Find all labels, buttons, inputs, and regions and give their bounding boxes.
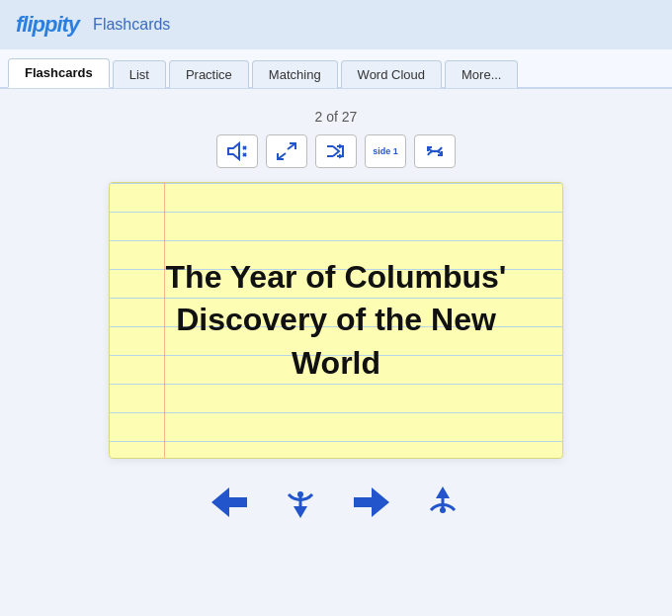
flip-icon [424, 141, 446, 161]
tab-word-cloud[interactable]: Word Cloud [341, 60, 442, 88]
back-arrow-icon [208, 484, 251, 521]
mute-icon [226, 141, 248, 161]
shuffle-button[interactable] [315, 134, 357, 168]
card-counter: 2 of 27 [315, 109, 358, 125]
toolbar: side 1 [216, 134, 456, 168]
flashcard-text: The Year of Columbus' Discovery of the N… [139, 256, 533, 385]
svg-marker-13 [372, 487, 389, 517]
main-content: 2 of 27 [0, 89, 672, 534]
side-indicator[interactable]: side 1 [365, 134, 406, 168]
svg-marker-11 [294, 506, 307, 518]
svg-marker-9 [211, 487, 229, 517]
tab-flashcards[interactable]: Flashcards [8, 58, 110, 88]
expand-button[interactable] [266, 134, 307, 168]
forward-arrow-icon [350, 484, 393, 521]
tab-list[interactable]: List [113, 60, 166, 88]
header: flippity Flashcards [0, 0, 672, 49]
flip-up-icon [421, 481, 464, 524]
svg-point-12 [297, 491, 303, 497]
back-button[interactable] [204, 481, 255, 524]
flip-up-button[interactable] [417, 481, 468, 524]
svg-rect-14 [354, 497, 374, 507]
expand-icon [276, 141, 297, 161]
svg-point-16 [440, 507, 446, 513]
tab-practice[interactable]: Practice [169, 60, 249, 88]
flip-down-button[interactable] [275, 481, 326, 524]
svg-marker-0 [228, 143, 239, 159]
logo-text: flippity [16, 12, 79, 37]
svg-rect-10 [227, 497, 247, 507]
nav-bar [204, 481, 468, 524]
forward-button[interactable] [346, 481, 397, 524]
tab-more[interactable]: More... [445, 60, 518, 88]
shuffle-icon [325, 141, 347, 161]
tab-bar: Flashcards List Practice Matching Word C… [0, 49, 672, 89]
flip-down-icon [279, 481, 322, 524]
flashcard[interactable]: The Year of Columbus' Discovery of the N… [109, 182, 563, 459]
tab-matching[interactable]: Matching [252, 60, 338, 88]
mute-button[interactable] [216, 134, 258, 168]
logo[interactable]: flippity [16, 12, 79, 38]
flip-button[interactable] [414, 134, 456, 168]
svg-marker-15 [436, 486, 450, 498]
header-title: Flashcards [93, 16, 170, 34]
